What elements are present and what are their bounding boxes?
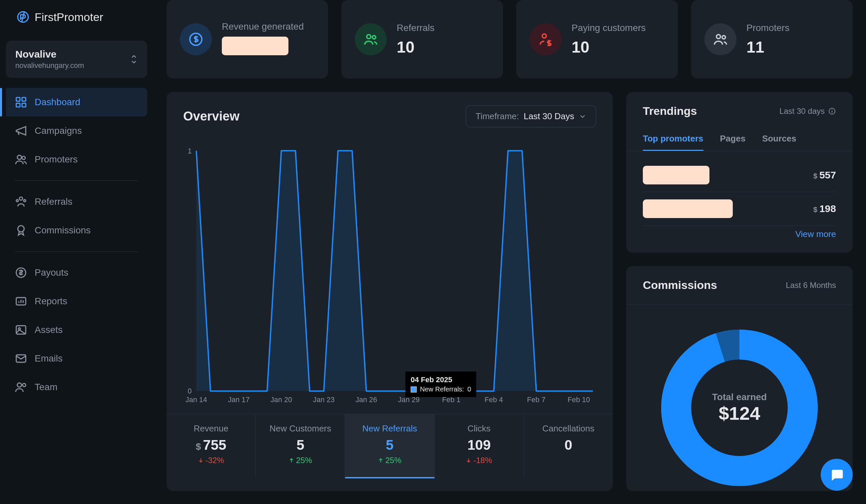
commissions-title: Commissions xyxy=(643,279,717,292)
donut-chart: Total earned $124 xyxy=(656,325,823,491)
nav-payouts[interactable]: Payouts xyxy=(6,258,147,287)
stat-tab-customers[interactable]: New Customers 5 25% xyxy=(256,414,345,478)
stat-cancel-label: Cancellations xyxy=(531,424,606,434)
nav-campaigns[interactable]: Campaigns xyxy=(6,116,147,145)
svg-point-9 xyxy=(24,200,26,202)
svg-point-17 xyxy=(23,383,26,387)
nav-divider-2 xyxy=(15,251,138,252)
nav-divider xyxy=(15,180,138,181)
stat-revenue-label: Revenue xyxy=(173,424,249,434)
nav-promoters-label: Promoters xyxy=(35,154,78,165)
stat-revenue-delta-text: -32% xyxy=(206,456,224,465)
commissions-panel: Commissions Last 6 Months Total earned $… xyxy=(626,266,853,491)
users-circle-icon xyxy=(355,23,387,55)
redacted-value xyxy=(222,37,288,55)
chevron-up-down-icon xyxy=(130,54,138,65)
card-promoters-value: 11 xyxy=(746,38,789,56)
svg-text:Jan 20: Jan 20 xyxy=(270,395,292,404)
stat-cards: Revenue generated Referrals 10 Paying xyxy=(167,0,853,79)
svg-rect-3 xyxy=(16,103,20,107)
stat-tab-referrals[interactable]: New Referrals 5 25% xyxy=(345,414,434,478)
trend-row: $198 xyxy=(643,192,836,226)
stat-customers-delta-text: 25% xyxy=(296,456,312,465)
user-dollar-icon xyxy=(530,23,562,55)
svg-point-8 xyxy=(16,200,18,202)
svg-point-23 xyxy=(722,36,725,39)
svg-point-7 xyxy=(19,197,23,200)
nav-emails[interactable]: Emails xyxy=(6,344,147,373)
svg-point-16 xyxy=(17,383,22,387)
redacted-name xyxy=(643,166,709,184)
image-icon xyxy=(15,324,27,336)
stat-referrals-label: New Referrals xyxy=(352,424,428,434)
award-icon xyxy=(15,224,27,237)
tab-pages[interactable]: Pages xyxy=(720,127,746,151)
svg-text:Jan 23: Jan 23 xyxy=(313,395,335,404)
trendings-panel: Trendings Last 30 days Top promoters Pag… xyxy=(626,92,853,253)
nav-referrals[interactable]: Referrals xyxy=(6,188,147,216)
timeframe-select[interactable]: Timeframe: Last 30 Days xyxy=(466,105,596,127)
org-switcher[interactable]: Novalive novalivehungary.com xyxy=(6,41,147,78)
stat-revenue-value: 755 xyxy=(203,437,226,453)
main: Revenue generated Referrals 10 Paying xyxy=(153,0,866,504)
svg-point-20 xyxy=(373,36,376,39)
arrow-down-icon xyxy=(466,458,471,463)
stat-clicks-delta-text: -18% xyxy=(473,456,492,465)
nav-promoters[interactable]: Promoters xyxy=(6,145,147,174)
chart-tooltip: 04 Feb 2025 New Referrals: 0 xyxy=(406,371,476,397)
timeframe-label: Timeframe: xyxy=(476,111,519,122)
tab-sources[interactable]: Sources xyxy=(762,127,796,151)
users-icon xyxy=(704,23,736,55)
card-referrals-value: 10 xyxy=(397,38,435,56)
org-name: Novalive xyxy=(15,48,84,60)
arrow-up-icon xyxy=(378,458,384,463)
nav-assets[interactable]: Assets xyxy=(6,316,147,344)
trend-list: $557 $198 View more xyxy=(626,151,853,253)
stat-referrals-delta-text: 25% xyxy=(385,456,401,465)
chart-icon xyxy=(15,295,27,307)
sidebar: FirstPromoter Novalive novalivehungary.c… xyxy=(0,0,153,504)
logo-icon xyxy=(16,10,30,24)
card-referrals-label: Referrals xyxy=(397,23,435,33)
nav-team[interactable]: Team xyxy=(6,373,147,402)
nav-reports[interactable]: Reports xyxy=(6,287,147,316)
nav-dashboard[interactable]: Dashboard xyxy=(6,88,147,116)
dollar-circle-icon xyxy=(180,23,212,55)
stat-tab-cancel[interactable]: Cancellations 0 xyxy=(524,414,613,478)
svg-rect-1 xyxy=(16,98,20,101)
nav-referrals-label: Referrals xyxy=(35,197,73,207)
trend-row: $557 xyxy=(643,158,836,192)
stat-clicks-label: Clicks xyxy=(441,424,517,434)
nav-emails-label: Emails xyxy=(35,353,63,364)
nav-campaigns-label: Campaigns xyxy=(35,125,82,136)
donut-label: Total earned xyxy=(712,392,767,402)
stat-customers-delta: 25% xyxy=(263,456,338,465)
overview-title: Overview xyxy=(183,109,240,123)
mail-icon xyxy=(15,352,27,365)
trendings-tabs: Top promoters Pages Sources xyxy=(626,127,853,151)
nav-team-label: Team xyxy=(35,382,57,392)
stat-clicks-delta: -18% xyxy=(441,456,517,465)
stat-revenue-delta: -32% xyxy=(173,456,249,465)
tooltip-series: New Referrals: xyxy=(420,385,464,393)
view-more-link[interactable]: View more xyxy=(643,226,836,243)
tooltip-value: 0 xyxy=(467,385,471,393)
nav-commissions[interactable]: Commissions xyxy=(6,216,147,245)
megaphone-icon xyxy=(15,124,27,137)
referrals-icon xyxy=(15,195,27,208)
trendings-title: Trendings xyxy=(643,104,697,117)
stat-tab-clicks[interactable]: Clicks 109 -18% xyxy=(435,414,524,478)
card-paying: Paying customers 10 xyxy=(516,0,678,79)
trendings-sub-text: Last 30 days xyxy=(779,107,825,116)
team-icon xyxy=(15,381,27,393)
stat-tab-revenue[interactable]: Revenue $755 -32% xyxy=(167,414,256,478)
stat-tabs: Revenue $755 -32% New Customers 5 25% xyxy=(167,414,613,478)
svg-point-5 xyxy=(17,155,22,159)
tab-top-promoters[interactable]: Top promoters xyxy=(643,127,703,151)
chat-fab[interactable] xyxy=(821,459,853,491)
org-domain: novalivehungary.com xyxy=(15,61,84,70)
commissions-sub: Last 6 Months xyxy=(786,281,836,290)
svg-text:0: 0 xyxy=(188,387,192,395)
card-revenue-label: Revenue generated xyxy=(222,21,304,32)
svg-rect-2 xyxy=(22,98,26,101)
